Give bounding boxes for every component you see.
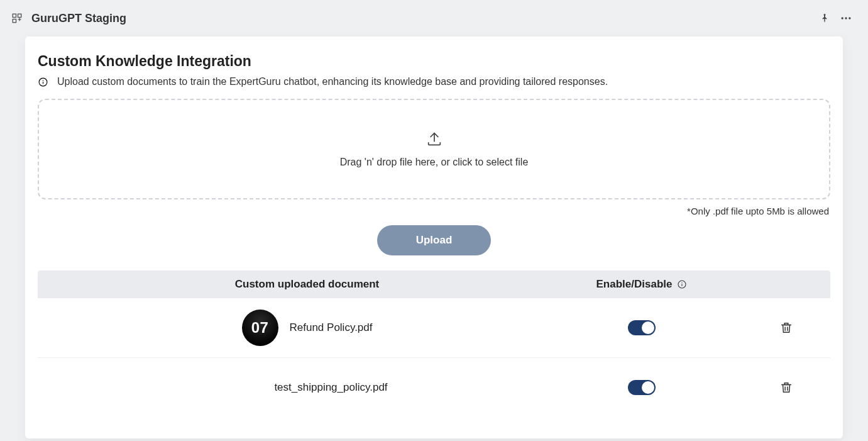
enable-toggle[interactable] [628,380,656,395]
table-row: 07 Refund Policy.pdf [38,298,830,358]
delete-button[interactable] [779,321,793,335]
document-badge-empty [226,369,263,406]
pin-button[interactable] [814,8,835,29]
file-dropzone[interactable]: Drag 'n' drop file here, or click to sel… [38,99,830,199]
svg-point-4 [845,17,847,19]
svg-point-11 [682,282,683,283]
svg-rect-2 [13,20,16,23]
document-name: Refund Policy.pdf [290,321,373,334]
upload-icon [426,130,443,148]
upload-button[interactable]: Upload [377,225,492,255]
document-name: test_shipping_policy.pdf [274,381,387,394]
enable-toggle[interactable] [628,320,656,335]
topbar: GuruGPT Staging [0,0,868,36]
column-document: Custom uploaded document [38,278,541,291]
dropzone-text: Drag 'n' drop file here, or click to sel… [340,157,529,168]
table-header: Custom uploaded document Enable/Disable [38,271,830,298]
documents-table: Custom uploaded document Enable/Disable [38,271,830,417]
app-title: GuruGPT Staging [31,12,126,25]
info-icon [38,77,48,87]
info-icon[interactable] [677,279,687,289]
knowledge-card: Custom Knowledge Integration Upload cust… [25,36,843,438]
table-row: test_shipping_policy.pdf [38,358,830,417]
svg-rect-1 [18,14,21,17]
svg-point-3 [842,17,843,19]
file-limit-note: *Only .pdf file upto 5Mb is allowed [39,206,829,216]
more-button[interactable] [835,8,857,29]
column-enable-label: Enable/Disable [596,278,673,291]
description-row: Upload custom documents to train the Exp… [38,76,830,87]
column-enable: Enable/Disable [541,278,742,291]
document-badge: 07 [242,310,278,346]
page-title: Custom Knowledge Integration [38,53,830,70]
apps-icon[interactable] [11,13,23,24]
description-text: Upload custom documents to train the Exp… [57,76,608,87]
svg-rect-0 [13,14,16,17]
svg-point-8 [43,79,43,80]
svg-point-5 [849,17,850,19]
delete-button[interactable] [779,381,793,394]
